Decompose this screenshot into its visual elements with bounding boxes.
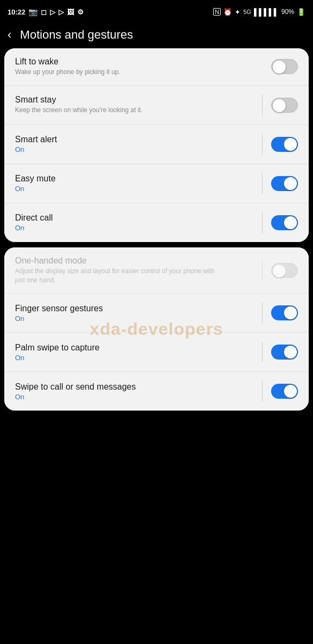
divider [262,341,263,363]
finger-sensor-knob [284,306,297,319]
divider [262,94,263,116]
status-bar: 10:22 📷 ◻ ▷ ▷ 🖼 ⚙ N ⏰ ✦ 5G ▌▌▌▌▌ 90% 🔋 [0,0,313,24]
smart-alert-title: Smart alert [15,135,258,144]
direct-call-status: On [15,224,258,232]
bluetooth-icon: ✦ [235,8,241,16]
direct-call-text: Direct call On [15,213,258,232]
finger-sensor-toggle[interactable] [271,305,298,320]
alarm-icon: ⏰ [223,8,232,16]
divider [262,380,263,402]
finger-sensor-item: Finger sensor gestures On [4,294,309,333]
one-handed-mode-knob [273,265,286,277]
divider [262,302,263,324]
one-handed-mode-toggle[interactable] [271,263,298,278]
one-handed-mode-item: One-handed mode Adjust the display size … [4,247,309,294]
easy-mute-toggle[interactable] [271,176,298,191]
direct-call-knob [284,216,297,229]
signal-icon: ▌▌▌▌▌ [254,8,279,16]
lift-to-wake-title: Lift to wake [15,57,271,67]
finger-sensor-text: Finger sensor gestures On [15,304,258,323]
smart-alert-status: On [15,145,258,153]
network-icon: 5G [243,9,251,15]
divider [262,212,263,233]
swipe-to-call-status: On [15,393,258,401]
nfc-icon: N [213,8,221,16]
lift-to-wake-knob [273,61,286,74]
card-section-2: xda-developers One-handed mode Adjust th… [4,247,309,411]
smart-stay-text: Smart stay Keep the screen on while you'… [15,95,258,115]
one-handed-mode-text: One-handed mode Adjust the display size … [15,256,258,285]
easy-mute-item: Easy mute On [4,164,309,203]
one-handed-mode-title: One-handed mode [15,256,258,266]
divider [262,173,263,194]
smart-stay-title: Smart stay [15,95,258,105]
lift-to-wake-text: Lift to wake Wake up your phone by picki… [15,57,271,77]
palm-swipe-title: Palm swipe to capture [15,343,258,353]
smart-stay-toggle[interactable] [271,98,298,113]
divider [262,134,263,155]
easy-mute-knob [284,177,297,190]
palm-swipe-item: Palm swipe to capture On [4,333,309,372]
smart-stay-item: Smart stay Keep the screen on while you'… [4,86,309,125]
swipe-to-call-knob [284,385,297,398]
status-left: 10:22 📷 ◻ ▷ ▷ 🖼 ⚙ [8,8,84,16]
time-display: 10:22 [8,8,25,16]
easy-mute-status: On [15,185,258,193]
settings-icon: ⚙ [77,8,84,16]
status-right: N ⏰ ✦ 5G ▌▌▌▌▌ 90% 🔋 [213,8,305,16]
lift-to-wake-toggle[interactable] [271,59,298,74]
swipe-to-call-toggle[interactable] [271,384,298,399]
smart-alert-toggle[interactable] [271,137,298,152]
smart-alert-item: Smart alert On [4,125,309,164]
direct-call-toggle[interactable] [271,215,298,230]
divider [262,260,263,281]
smart-alert-knob [284,138,297,151]
back-button[interactable]: ‹ [8,28,11,42]
palm-swipe-status: On [15,354,258,362]
swipe-to-call-title: Swipe to call or send messages [15,382,258,392]
one-handed-mode-desc: Adjust the display size and layout for e… [15,267,219,285]
smart-stay-desc: Keep the screen on while you're looking … [15,106,219,115]
battery-display: 90% [281,8,294,16]
battery-icon: 🔋 [297,8,305,16]
top-nav: ‹ Motions and gestures [0,24,313,48]
swipe-to-call-text: Swipe to call or send messages On [15,382,258,401]
easy-mute-title: Easy mute [15,174,258,184]
media-icon: ▷ [59,8,64,16]
card-section-1: Lift to wake Wake up your phone by picki… [4,48,309,242]
direct-call-title: Direct call [15,213,258,223]
smart-stay-knob [273,99,286,112]
camera-icon: 📷 [28,8,38,16]
lift-to-wake-item: Lift to wake Wake up your phone by picki… [4,48,309,86]
page-title: Motions and gestures [20,28,133,42]
palm-swipe-toggle[interactable] [271,345,298,360]
instagram-icon: ◻ [41,8,47,16]
lift-to-wake-desc: Wake up your phone by picking it up. [15,68,219,77]
smart-alert-text: Smart alert On [15,135,258,153]
play-icon: ▷ [50,8,55,16]
finger-sensor-title: Finger sensor gestures [15,304,258,313]
palm-swipe-text: Palm swipe to capture On [15,343,258,362]
image-icon: 🖼 [67,8,74,16]
swipe-to-call-item: Swipe to call or send messages On [4,372,309,411]
easy-mute-text: Easy mute On [15,174,258,193]
direct-call-item: Direct call On [4,203,309,242]
palm-swipe-knob [284,346,297,358]
finger-sensor-status: On [15,314,258,323]
